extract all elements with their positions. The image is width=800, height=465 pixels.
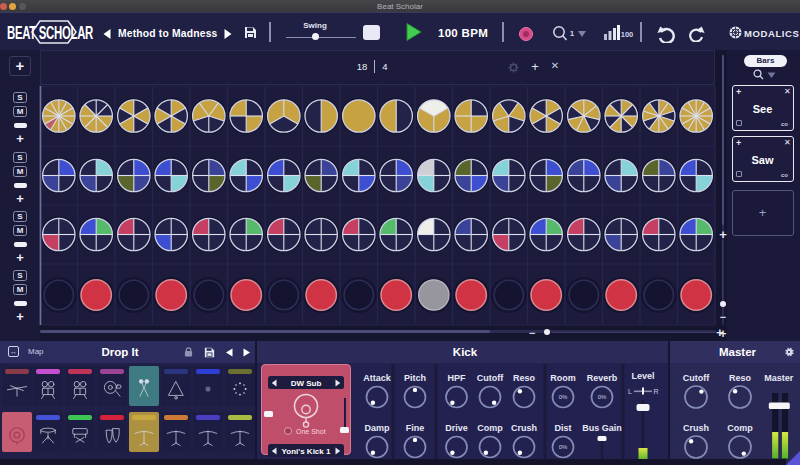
svg-text:Damp: Damp [364,423,390,433]
svg-text:Master: Master [764,373,794,383]
svg-text:Drive: Drive [445,423,468,433]
svg-text:Pitch: Pitch [404,373,426,383]
svg-text:Comp: Comp [477,423,503,433]
svg-text:0%: 0% [559,444,568,450]
svg-text:Crush: Crush [683,423,709,433]
svg-text:Dist: Dist [554,423,571,433]
svg-text:0%: 0% [598,394,607,400]
svg-text:R: R [653,388,658,395]
svg-text:Crush: Crush [511,423,537,433]
svg-text:Cutoff: Cutoff [683,373,710,383]
svg-text:Room: Room [550,373,576,383]
svg-text:HPF: HPF [448,373,467,383]
svg-text:Comp: Comp [727,423,753,433]
svg-text:0%: 0% [559,394,568,400]
svg-text:Fine: Fine [406,423,425,433]
svg-text:Reso: Reso [513,373,536,383]
svg-text:Reverb: Reverb [587,373,618,383]
svg-text:L: L [628,388,632,395]
svg-text:Cutoff: Cutoff [477,373,504,383]
svg-text:Bus Gain: Bus Gain [582,423,622,433]
svg-text:Reso: Reso [729,373,752,383]
svg-text:Attack: Attack [363,373,392,383]
svg-text:Level: Level [631,371,654,381]
